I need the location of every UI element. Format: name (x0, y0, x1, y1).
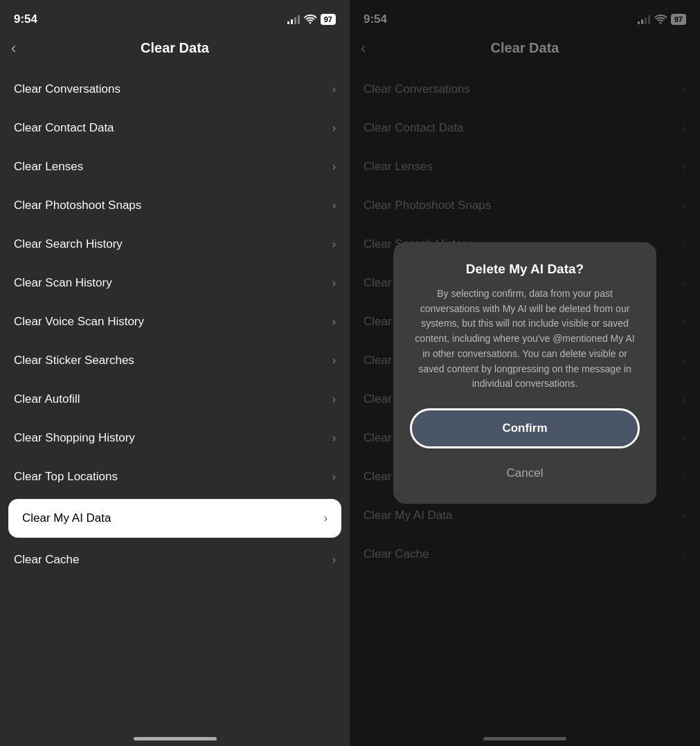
list-item-search-history[interactable]: Clear Search History › (0, 225, 350, 264)
list-item-top-locations[interactable]: Clear Top Locations › (0, 457, 350, 496)
right-phone-panel: 9:54 97 ‹ Clear Data Clear Conversations… (350, 0, 700, 746)
item-label-scan-history: Clear Scan History (14, 276, 112, 290)
confirm-button[interactable]: Confirm (410, 408, 640, 448)
chevron-icon-sticker-searches: › (332, 354, 336, 367)
chevron-icon-cache: › (332, 554, 336, 566)
list-item-lenses[interactable]: Clear Lenses › (0, 147, 350, 186)
item-label-conversations: Clear Conversations (14, 82, 120, 96)
list-item-scan-history[interactable]: Clear Scan History › (0, 264, 350, 302)
item-label-search-history: Clear Search History (14, 237, 123, 251)
list-item-autofill[interactable]: Clear Autofill › (0, 380, 350, 419)
chevron-icon-top-locations: › (332, 471, 336, 483)
delete-ai-data-modal: Delete My AI Data? By selecting confirm,… (393, 242, 656, 504)
list-item-shopping-history[interactable]: Clear Shopping History › (0, 419, 350, 457)
modal-body: By selecting confirm, data from your pas… (410, 286, 640, 392)
battery-icon-left: 97 (321, 14, 336, 25)
header-left: ‹ Clear Data (0, 35, 350, 64)
item-label-shopping-history: Clear Shopping History (14, 431, 135, 445)
chevron-icon-photoshoot-snaps: › (332, 199, 336, 212)
item-label-cache: Clear Cache (14, 553, 80, 567)
chevron-icon-lenses: › (332, 161, 336, 173)
page-title-left: Clear Data (141, 40, 209, 56)
status-time-left: 9:54 (14, 12, 37, 26)
item-label-contact-data: Clear Contact Data (14, 121, 114, 135)
item-label-sticker-searches: Clear Sticker Searches (14, 354, 134, 367)
chevron-icon-autofill: › (332, 393, 336, 406)
home-indicator-left (0, 725, 350, 746)
modal-title: Delete My AI Data? (410, 262, 640, 277)
list-container-left: Clear Conversations › Clear Contact Data… (0, 64, 350, 725)
item-label-my-ai-data: Clear My AI Data (22, 511, 111, 525)
cancel-button[interactable]: Cancel (410, 457, 640, 490)
chevron-icon-shopping-history: › (332, 432, 336, 444)
chevron-icon-contact-data: › (332, 122, 336, 134)
list-item-contact-data[interactable]: Clear Contact Data › (0, 109, 350, 147)
item-label-lenses: Clear Lenses (14, 160, 83, 174)
item-label-photoshoot-snaps: Clear Photoshoot Snaps (14, 199, 141, 212)
list-item-photoshoot-snaps[interactable]: Clear Photoshoot Snaps › (0, 186, 350, 225)
item-label-top-locations: Clear Top Locations (14, 470, 118, 484)
chevron-icon-conversations: › (332, 83, 336, 95)
list-item-conversations[interactable]: Clear Conversations › (0, 70, 350, 109)
back-button-left[interactable]: ‹ (11, 39, 16, 57)
home-bar-left (134, 737, 217, 740)
chevron-icon-scan-history: › (332, 277, 336, 289)
list-item-my-ai-data[interactable]: Clear My AI Data › (8, 499, 341, 538)
status-bar-left: 9:54 97 (0, 0, 350, 35)
signal-icon-left (287, 15, 300, 24)
chevron-icon-voice-scan-history: › (332, 316, 336, 328)
modal-overlay[interactable]: Delete My AI Data? By selecting confirm,… (350, 0, 700, 746)
wifi-icon-left (304, 14, 316, 26)
chevron-icon-my-ai-data: › (324, 512, 327, 525)
left-phone-panel: 9:54 97 ‹ Clear Data Clear Conversations… (0, 0, 350, 746)
list-item-cache[interactable]: Clear Cache › (0, 540, 350, 579)
item-label-voice-scan-history: Clear Voice Scan History (14, 315, 144, 329)
list-item-voice-scan-history[interactable]: Clear Voice Scan History › (0, 302, 350, 341)
status-icons-left: 97 (287, 14, 336, 26)
item-label-autofill: Clear Autofill (14, 392, 80, 406)
list-item-sticker-searches[interactable]: Clear Sticker Searches › (0, 341, 350, 380)
chevron-icon-search-history: › (332, 238, 336, 251)
